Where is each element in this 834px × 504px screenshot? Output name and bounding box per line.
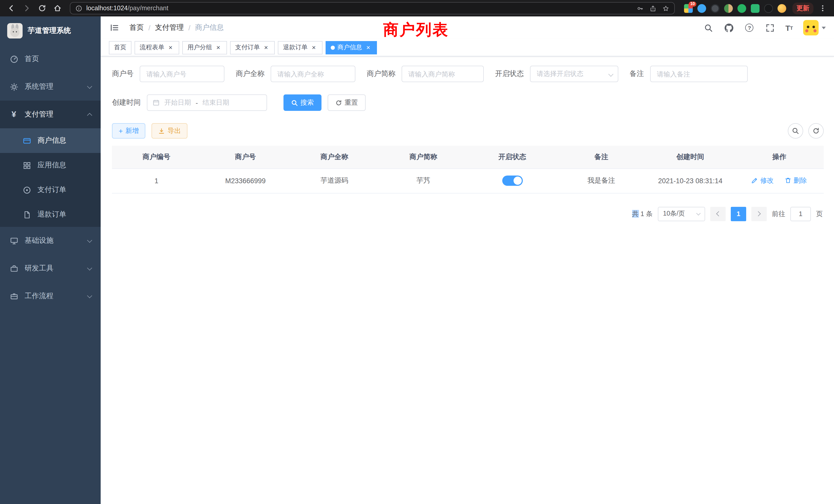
edit-pencil-icon bbox=[751, 177, 758, 184]
sidebar-item-merchant-info[interactable]: 商户信息 bbox=[0, 128, 101, 153]
font-size-icon[interactable]: TT bbox=[786, 24, 793, 31]
sidebar-item-dev-tools[interactable]: 研发工具 bbox=[0, 255, 101, 282]
sidebar-item-label: 应用信息 bbox=[38, 161, 66, 170]
tab-home[interactable]: 首页 bbox=[109, 41, 131, 54]
sidebar-item-pay-orders[interactable]: 支付订单 bbox=[0, 178, 101, 202]
close-icon[interactable]: × bbox=[262, 44, 270, 51]
search-icon[interactable] bbox=[703, 23, 714, 33]
extension-icon-3[interactable] bbox=[711, 4, 720, 13]
cell-create-time: 2021-10-23 08:31:14 bbox=[646, 168, 735, 193]
tab-pay-orders[interactable]: 支付订单× bbox=[230, 41, 275, 54]
browser-menu-icon[interactable] bbox=[816, 2, 829, 14]
sidebar-item-system[interactable]: 系统管理 bbox=[0, 73, 101, 100]
refresh-table-button[interactable] bbox=[808, 123, 824, 139]
hamburger-icon[interactable] bbox=[109, 22, 120, 33]
chevron-down-icon bbox=[87, 237, 92, 243]
status-toggle[interactable] bbox=[502, 176, 523, 186]
share-icon[interactable] bbox=[650, 5, 656, 12]
filter-row-2: 创建时间 开始日期 - 结束日期 搜索 重置 bbox=[112, 94, 824, 111]
col-merchant-id: 商户编号 bbox=[112, 146, 201, 168]
search-icon bbox=[792, 127, 799, 135]
chrome-update-button[interactable]: 更新 bbox=[792, 2, 813, 14]
extension-badge: 10 bbox=[689, 1, 696, 6]
sidebar-item-home[interactable]: 首页 bbox=[0, 45, 101, 73]
page-content: 商户号 商户全称 商户简称 开启状态 请选择开启状态 bbox=[101, 56, 834, 504]
date-range-picker[interactable]: 开始日期 - 结束日期 bbox=[147, 94, 267, 111]
extension-icon-4[interactable] bbox=[724, 4, 733, 13]
export-button[interactable]: 导出 bbox=[152, 123, 188, 139]
close-icon[interactable]: × bbox=[167, 44, 174, 51]
sidebar-item-app-info[interactable]: 应用信息 bbox=[0, 153, 101, 178]
profile-avatar-icon[interactable] bbox=[777, 4, 786, 13]
forward-icon[interactable] bbox=[21, 2, 33, 14]
page-info-icon[interactable] bbox=[75, 5, 82, 12]
sidebar-item-label: 支付管理 bbox=[25, 110, 53, 119]
back-icon[interactable] bbox=[5, 2, 18, 14]
extension-icon-6[interactable] bbox=[751, 4, 760, 13]
edit-link[interactable]: 修改 bbox=[751, 176, 774, 185]
page-number-1[interactable]: 1 bbox=[731, 207, 746, 221]
close-icon[interactable]: × bbox=[365, 44, 372, 51]
goto-label: 前往 bbox=[772, 209, 785, 219]
dashboard-icon bbox=[9, 54, 19, 64]
filter-label: 商户简称 bbox=[367, 69, 401, 78]
sidebar: 芋道管理系统 首页 系统管理 ¥ 支付管理 bbox=[0, 17, 101, 504]
user-avatar[interactable] bbox=[803, 20, 826, 36]
reset-button[interactable]: 重置 bbox=[328, 94, 366, 111]
remark-input[interactable] bbox=[650, 66, 748, 82]
sidebar-item-workflow[interactable]: 工作流程 bbox=[0, 282, 101, 310]
bookmark-star-icon[interactable] bbox=[662, 5, 669, 12]
col-status: 开启状态 bbox=[468, 146, 557, 168]
sidebar-item-infrastructure[interactable]: 基础设施 bbox=[0, 227, 101, 255]
help-icon[interactable]: ? bbox=[744, 23, 755, 33]
sidebar-item-payment[interactable]: ¥ 支付管理 bbox=[0, 100, 101, 128]
gear-icon bbox=[9, 82, 19, 91]
col-short-name: 商户简称 bbox=[379, 146, 468, 168]
next-page-button[interactable] bbox=[751, 207, 767, 221]
date-start-placeholder: 开始日期 bbox=[164, 98, 191, 107]
yen-icon: ¥ bbox=[9, 110, 19, 119]
table-settings bbox=[788, 123, 824, 139]
breadcrumb-payment[interactable]: 支付管理 bbox=[155, 23, 184, 32]
home-icon[interactable] bbox=[51, 2, 64, 14]
merchant-no-input[interactable] bbox=[140, 66, 224, 82]
tab-merchant-info[interactable]: 商户信息× bbox=[326, 41, 377, 54]
full-name-input[interactable] bbox=[271, 66, 355, 82]
col-full-name: 商户全称 bbox=[290, 146, 379, 168]
url-text: localhost:1024/pay/merchant bbox=[86, 5, 169, 12]
total-rest: 1 条 bbox=[639, 210, 653, 217]
extension-icon-2[interactable] bbox=[697, 4, 706, 13]
extension-icon-1[interactable]: 10 bbox=[684, 4, 693, 13]
toggle-search-button[interactable] bbox=[788, 123, 803, 139]
tab-process-form[interactable]: 流程表单× bbox=[135, 41, 179, 54]
short-name-input[interactable] bbox=[401, 66, 484, 82]
extension-icon-5[interactable] bbox=[738, 4, 746, 13]
close-icon[interactable]: × bbox=[310, 44, 317, 51]
add-button[interactable]: + 新增 bbox=[112, 123, 145, 139]
tab-user-group[interactable]: 用户分组× bbox=[182, 41, 227, 54]
github-icon[interactable] bbox=[724, 23, 734, 33]
goto-page-input[interactable] bbox=[790, 207, 811, 221]
sidebar-item-refund-orders[interactable]: 退款订单 bbox=[0, 202, 101, 227]
address-bar[interactable]: localhost:1024/pay/merchant bbox=[70, 2, 675, 14]
password-key-icon[interactable] bbox=[637, 5, 643, 12]
reload-icon[interactable] bbox=[36, 2, 48, 14]
delete-link[interactable]: 删除 bbox=[785, 176, 807, 185]
prev-page-button[interactable] bbox=[710, 207, 726, 221]
chevron-down-icon bbox=[696, 211, 701, 215]
sidebar-brand[interactable]: 芋道管理系统 bbox=[0, 17, 101, 45]
cell-actions: 修改 删除 bbox=[735, 168, 824, 193]
status-select[interactable]: 请选择开启状态 bbox=[530, 66, 618, 82]
fullscreen-icon[interactable] bbox=[765, 23, 775, 33]
col-actions: 操作 bbox=[735, 146, 824, 168]
close-icon[interactable]: × bbox=[215, 44, 222, 51]
breadcrumb-separator: / bbox=[189, 24, 191, 32]
page-size-select[interactable]: 10条/页 bbox=[658, 207, 705, 221]
cell-remark: 我是备注 bbox=[557, 168, 646, 193]
tab-refund-orders[interactable]: 退款订单× bbox=[278, 41, 323, 54]
page-header: 首页 / 支付管理 / 商户信息 ? bbox=[101, 17, 834, 39]
search-button[interactable]: 搜索 bbox=[284, 94, 322, 111]
breadcrumb-current: 商户信息 bbox=[195, 23, 224, 32]
breadcrumb-home[interactable]: 首页 bbox=[129, 23, 144, 32]
extension-icon-7[interactable] bbox=[764, 4, 773, 13]
